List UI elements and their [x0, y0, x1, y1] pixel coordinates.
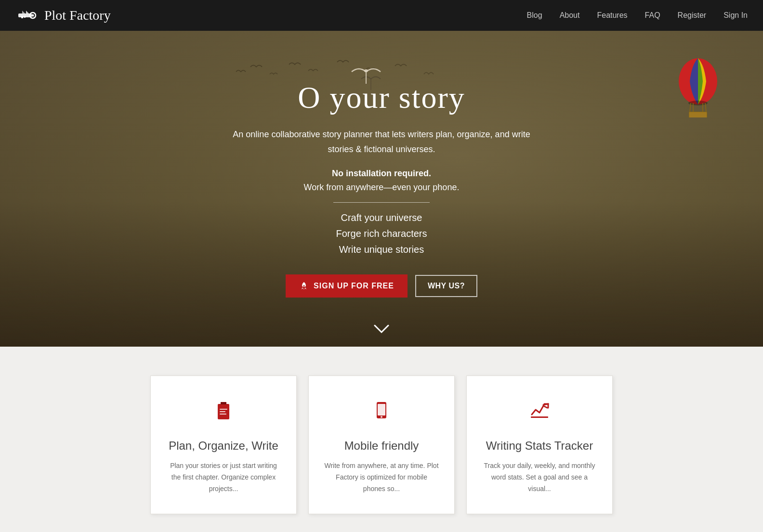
logo-icon [15, 4, 39, 27]
signup-button[interactable]: SIGN UP FOR FREE [286, 274, 408, 298]
logo-text: Plot Factory [44, 8, 111, 23]
svg-rect-26 [531, 416, 548, 418]
hero-features-list: Craft your universe Forge rich character… [223, 212, 540, 255]
feature-title-stats: Writing Stats Tracker [482, 439, 597, 453]
hero-section: O your story An online collaborative sto… [0, 31, 763, 347]
hero-subtitle: An online collaborative story planner th… [223, 127, 540, 156]
rocket-icon [299, 281, 309, 291]
hero-title: O your story [223, 80, 540, 116]
svg-rect-19 [221, 402, 226, 404]
nav-features[interactable]: Features [597, 11, 627, 19]
clipboard-icon [166, 399, 281, 429]
navbar: Plot Factory Blog About Features FAQ Reg… [0, 0, 763, 31]
svg-rect-4 [24, 16, 26, 18]
svg-line-27 [543, 404, 548, 405]
feature-title-mobile: Mobile friendly [324, 439, 439, 453]
svg-rect-21 [220, 411, 225, 412]
feature-card-plan: Plan, Organize, Write Plan your stories … [150, 376, 297, 514]
svg-rect-3 [21, 16, 23, 18]
hero-phone-text: Work from anywhere—even your phone. [223, 182, 540, 193]
hot-air-balloon [671, 55, 724, 119]
feature-title-plan: Plan, Organize, Write [166, 439, 281, 453]
nav-faq[interactable]: FAQ [645, 11, 660, 19]
feature-desc-stats: Track your daily, weekly, and monthly wo… [482, 460, 597, 494]
feature-card-stats: Writing Stats Tracker Track your daily, … [466, 376, 613, 514]
why-us-button[interactable]: WHY US? [415, 275, 477, 297]
svg-rect-22 [220, 414, 226, 415]
hero-feature-2: Forge rich characters [223, 228, 540, 239]
nav-about[interactable]: About [560, 11, 580, 19]
svg-point-9 [688, 101, 708, 105]
hero-no-install: No installation required. [223, 169, 540, 179]
hero-divider [333, 202, 430, 203]
hero-feature-3: Write unique stories [223, 244, 540, 255]
svg-point-25 [381, 416, 382, 418]
chevron-down-icon [374, 324, 389, 334]
hero-feature-1: Craft your universe [223, 212, 540, 223]
feature-desc-plan: Plan your stories or just start writing … [166, 460, 281, 494]
nav-links: Blog About Features FAQ Register Sign In [527, 11, 748, 20]
svg-point-2 [32, 14, 34, 17]
svg-rect-24 [378, 404, 385, 415]
nav-signin[interactable]: Sign In [724, 11, 748, 19]
mobile-icon [324, 399, 439, 429]
nav-blog[interactable]: Blog [527, 11, 542, 19]
svg-rect-15 [689, 112, 707, 117]
svg-rect-20 [220, 409, 227, 410]
nav-register[interactable]: Register [678, 11, 707, 19]
hero-content: O your story An online collaborative sto… [213, 80, 550, 297]
chart-icon [482, 399, 597, 429]
scroll-down-indicator[interactable] [374, 324, 389, 337]
logo-link[interactable]: Plot Factory [15, 4, 111, 27]
features-grid: Plan, Organize, Write Plan your stories … [150, 376, 613, 514]
feature-desc-mobile: Write from anywhere, at any time. Plot F… [324, 460, 439, 494]
features-section: Plan, Organize, Write Plan your stories … [0, 347, 763, 532]
feature-card-mobile: Mobile friendly Write from anywhere, at … [308, 376, 455, 514]
hero-buttons: SIGN UP FOR FREE WHY US? [223, 274, 540, 298]
svg-point-16 [303, 285, 305, 287]
